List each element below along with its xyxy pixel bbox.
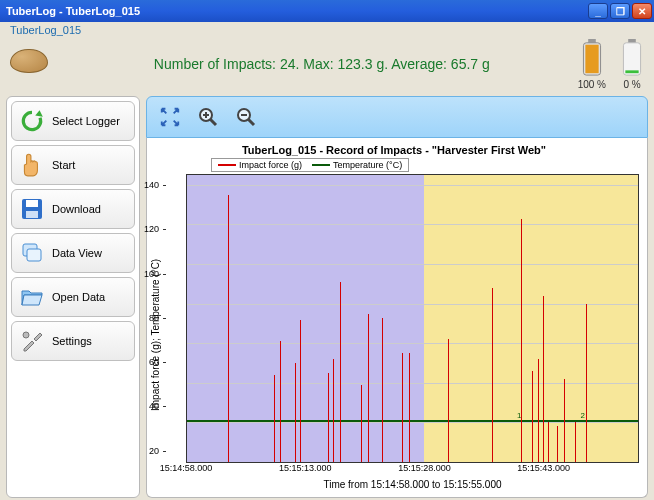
folder-open-icon [18,283,46,311]
header: Number of Impacts: 24. Max: 123.3 g. Ave… [0,36,654,94]
svg-rect-10 [27,249,41,261]
sidebar: Select Logger Start Download Data View [6,96,140,498]
chart-legend: Impact force (g) Temperature (°C) [211,158,409,172]
chart-xlabel: Time from 15:14:58.000 to 15:15:55.000 [186,479,639,490]
chart-title: TuberLog_015 - Record of Impacts - "Harv… [149,144,639,156]
zoom-out-button[interactable] [231,102,261,132]
chart-yaxis: 20406080100120140 [162,174,186,495]
chart-ytick: 140 [144,180,162,190]
sidebar-item-start[interactable]: Start [11,145,135,185]
sidebar-item-open-data[interactable]: Open Data [11,277,135,317]
window-title: TuberLog - TuberLog_015 [6,5,586,17]
chart-pane: TuberLog_015 - Record of Impacts - "Harv… [146,138,648,498]
sidebar-item-label: Download [52,203,101,215]
chart-xtick: 15:15:28.000 [398,463,451,473]
close-button[interactable]: ✕ [632,3,652,19]
battery-full-icon [580,39,604,77]
sidebar-item-settings[interactable]: Settings [11,321,135,361]
zoom-in-icon [196,105,220,129]
sidebar-item-data-view[interactable]: Data View [11,233,135,273]
save-disk-icon [18,195,46,223]
chart-ytick: 40 [149,401,162,411]
chart-xtick: 15:15:43.000 [517,463,570,473]
svg-rect-5 [625,70,638,73]
chart-ytick: 120 [144,224,162,234]
titlebar: TuberLog - TuberLog_015 _ ❐ ✕ [0,0,654,22]
chart-ytick: 20 [149,446,162,456]
zoom-in-button[interactable] [193,102,223,132]
chart-xaxis: Time from 15:14:58.000 to 15:15:55.000 1… [186,463,639,495]
svg-rect-3 [628,39,636,43]
minimize-button[interactable]: _ [588,3,608,19]
sidebar-item-label: Data View [52,247,102,259]
svg-rect-2 [585,44,598,72]
sidebar-item-label: Start [52,159,75,171]
sidebar-item-label: Settings [52,335,92,347]
chart-panel: TuberLog_015 - Record of Impacts - "Harv… [146,96,648,498]
chart-toolbar [146,96,648,138]
chart-plot-area[interactable]: 12 [186,174,639,463]
expand-arrows-icon [159,106,181,128]
windows-stack-icon [18,239,46,267]
chart-ytick: 60 [149,357,162,367]
svg-rect-7 [26,200,38,207]
chart-xtick: 15:15:13.000 [279,463,332,473]
sidebar-item-label: Select Logger [52,115,120,127]
hand-point-icon [18,151,46,179]
svg-rect-4 [623,42,640,74]
zoom-out-icon [234,105,258,129]
battery-empty-icon [620,39,644,77]
chart-ytick: 80 [149,313,162,323]
sidebar-item-select-logger[interactable]: Select Logger [11,101,135,141]
summary-text: Number of Impacts: 24. Max: 123.3 g. Ave… [66,56,578,72]
svg-rect-8 [26,211,38,218]
tools-icon [18,327,46,355]
battery-aux: 0 % [620,39,644,90]
fullscreen-button[interactable] [155,102,185,132]
chart-xtick: 15:14:58.000 [160,463,213,473]
chart-ytick: 100 [144,269,162,279]
sidebar-item-label: Open Data [52,291,105,303]
battery-aux-pct: 0 % [623,79,640,90]
legend-series-1: Impact force (g) [239,160,302,170]
legend-series-2: Temperature (°C) [333,160,402,170]
potato-icon [10,49,50,79]
maximize-button[interactable]: ❐ [610,3,630,19]
battery-main: 100 % [578,39,606,90]
svg-rect-0 [588,39,596,43]
sidebar-item-download[interactable]: Download [11,189,135,229]
breadcrumb: TuberLog_015 [0,22,654,36]
battery-status: 100 % 0 % [578,39,644,90]
svg-point-11 [23,332,29,338]
battery-main-pct: 100 % [578,79,606,90]
refresh-arrow-icon [18,107,46,135]
